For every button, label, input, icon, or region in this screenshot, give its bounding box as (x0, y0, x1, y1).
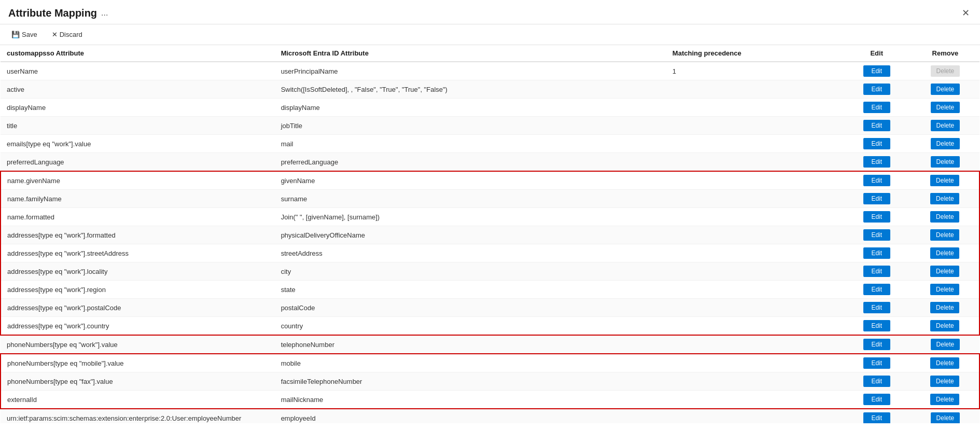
table-row: displayNamedisplayNameEditDelete (1, 99, 979, 117)
edit-button[interactable]: Edit (863, 175, 890, 186)
table-row: phoneNumbers[type eq "mobile"].valuemobi… (1, 354, 979, 372)
cell-edit: Edit (843, 208, 911, 226)
table-row: phoneNumbers[type eq "fax"].valuefacsimi… (1, 372, 979, 391)
edit-button[interactable]: Edit (863, 412, 890, 423)
table-row: addresses[type eq "work"].postalCodepost… (1, 299, 979, 317)
table-row: addresses[type eq "work"].countrycountry… (1, 317, 979, 336)
cell-matching (666, 335, 843, 354)
cell-matching (666, 391, 843, 409)
delete-button[interactable]: Delete (931, 84, 960, 95)
cell-remove: Delete (911, 262, 979, 281)
save-button[interactable]: 💾 Save (8, 29, 40, 40)
edit-button[interactable]: Edit (863, 138, 890, 149)
delete-button[interactable]: Delete (930, 284, 959, 295)
cell-remove: Delete (911, 226, 979, 244)
edit-button[interactable]: Edit (863, 339, 890, 350)
cell-matching (666, 208, 843, 226)
cell-remove: Delete (911, 299, 979, 317)
cell-edit: Edit (843, 135, 911, 153)
cell-entra: givenName (275, 171, 666, 190)
save-icon: 💾 (11, 31, 20, 38)
col-header-entra: Microsoft Entra ID Attribute (275, 45, 666, 62)
delete-button[interactable]: Delete (930, 320, 959, 331)
cell-edit: Edit (843, 62, 911, 80)
close-button[interactable]: ✕ (960, 5, 972, 21)
delete-button[interactable]: Delete (931, 156, 960, 168)
cell-matching: 1 (666, 62, 843, 80)
cell-matching (666, 153, 843, 172)
edit-button[interactable]: Edit (863, 156, 890, 168)
table-row: preferredLanguagepreferredLanguageEditDe… (1, 153, 979, 172)
edit-button[interactable]: Edit (863, 84, 890, 95)
delete-button[interactable]: Delete (930, 394, 959, 405)
cell-remove: Delete (911, 153, 979, 172)
cell-entra: streetAddress (275, 244, 666, 262)
cell-remove: Delete (911, 391, 979, 409)
delete-button[interactable]: Delete (931, 102, 960, 113)
cell-remove: Delete (911, 354, 979, 372)
edit-button[interactable]: Edit (863, 120, 890, 131)
delete-button[interactable]: Delete (931, 412, 960, 423)
edit-button[interactable]: Edit (863, 247, 890, 259)
cell-remove: Delete (911, 335, 979, 354)
table-row: addresses[type eq "work"].streetAddresss… (1, 244, 979, 262)
table-row: addresses[type eq "work"].formattedphysi… (1, 226, 979, 244)
cell-edit: Edit (843, 171, 911, 190)
delete-button[interactable]: Delete (930, 247, 959, 259)
cell-entra: telephoneNumber (275, 335, 666, 354)
delete-button[interactable]: Delete (930, 357, 959, 369)
table-row: addresses[type eq "work"].localitycityEd… (1, 262, 979, 281)
cell-matching (666, 190, 843, 208)
cell-remove: Delete (911, 190, 979, 208)
edit-button[interactable]: Edit (863, 102, 890, 113)
delete-button[interactable]: Delete (930, 302, 959, 313)
delete-button: Delete (931, 65, 960, 77)
cell-entra: surname (275, 190, 666, 208)
cell-edit: Edit (843, 409, 911, 423)
cell-matching (666, 317, 843, 336)
delete-button[interactable]: Delete (930, 229, 959, 241)
cell-edit: Edit (843, 80, 911, 99)
cell-remove: Delete (911, 117, 979, 135)
cell-remove: Delete (911, 62, 979, 80)
cell-entra: city (275, 262, 666, 281)
cell-entra: userPrincipalName (275, 62, 666, 80)
edit-button[interactable]: Edit (863, 193, 890, 204)
cell-entra: mailNickname (275, 391, 666, 409)
cell-customapp: preferredLanguage (1, 153, 275, 172)
delete-button[interactable]: Delete (931, 120, 960, 131)
ellipsis-icon[interactable]: ... (101, 8, 108, 18)
cell-matching (666, 171, 843, 190)
table-row: emails[type eq "work"].valuemailEditDele… (1, 135, 979, 153)
delete-button[interactable]: Delete (931, 138, 960, 149)
edit-button[interactable]: Edit (863, 211, 890, 223)
cell-remove: Delete (911, 409, 979, 423)
cell-customapp: phoneNumbers[type eq "mobile"].value (1, 354, 275, 372)
delete-button[interactable]: Delete (930, 211, 959, 223)
table-row: phoneNumbers[type eq "work"].valueteleph… (1, 335, 979, 354)
page-title: Attribute Mapping (8, 7, 97, 19)
discard-button[interactable]: ✕ Discard (49, 29, 86, 40)
delete-button[interactable]: Delete (931, 339, 960, 350)
cell-remove: Delete (911, 317, 979, 336)
cell-entra: state (275, 281, 666, 299)
edit-button[interactable]: Edit (863, 302, 890, 313)
edit-button[interactable]: Edit (863, 266, 890, 277)
edit-button[interactable]: Edit (863, 229, 890, 241)
cell-edit: Edit (843, 372, 911, 391)
cell-edit: Edit (843, 335, 911, 354)
delete-button[interactable]: Delete (930, 266, 959, 277)
cell-entra: Switch([IsSoftDeleted], , "False", "True… (275, 80, 666, 99)
edit-button[interactable]: Edit (863, 394, 890, 405)
edit-button[interactable]: Edit (863, 320, 890, 331)
edit-button[interactable]: Edit (863, 376, 890, 387)
edit-button[interactable]: Edit (863, 357, 890, 369)
delete-button[interactable]: Delete (930, 175, 959, 186)
edit-button[interactable]: Edit (863, 284, 890, 295)
cell-remove: Delete (911, 208, 979, 226)
cell-customapp: addresses[type eq "work"].streetAddress (1, 244, 275, 262)
delete-button[interactable]: Delete (930, 376, 959, 387)
delete-button[interactable]: Delete (930, 193, 959, 204)
cell-customapp: addresses[type eq "work"].region (1, 281, 275, 299)
edit-button[interactable]: Edit (863, 65, 890, 77)
